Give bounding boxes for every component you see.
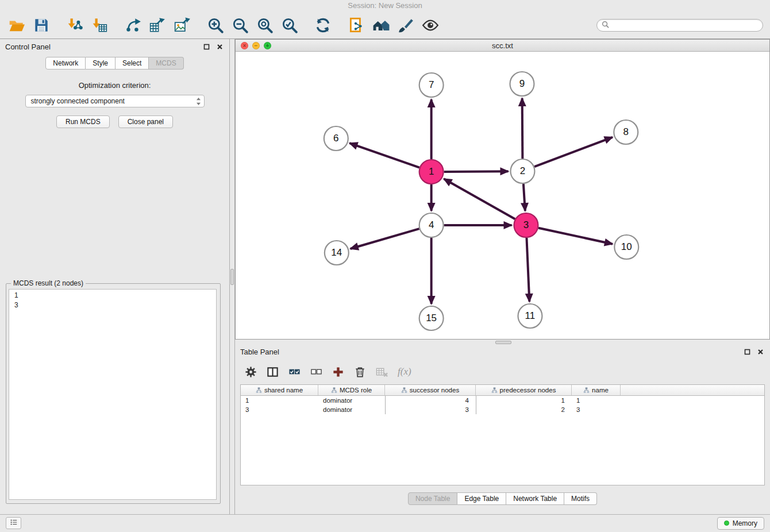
toolbar-group <box>65 16 109 35</box>
vertical-splitter[interactable] <box>230 39 234 514</box>
zoom-out-button[interactable] <box>230 16 250 35</box>
node-15[interactable]: 15 <box>419 306 444 330</box>
table-tab-edge-table[interactable]: Edge Table <box>457 492 506 505</box>
tab-style[interactable]: Style <box>86 57 116 70</box>
zoom-window-icon[interactable]: + <box>264 42 271 49</box>
column-header-successor-nodes[interactable]: successor nodes <box>385 385 476 395</box>
cell-predecessor-nodes: 1 <box>476 396 572 405</box>
trash-button[interactable] <box>353 365 367 379</box>
import-network-button[interactable] <box>65 16 84 35</box>
zoom-fit-button[interactable] <box>255 16 275 35</box>
node-6[interactable]: 6 <box>324 126 348 151</box>
float-table-panel-icon[interactable] <box>743 348 752 356</box>
tab-mcds[interactable]: MCDS <box>149 57 183 70</box>
zoom-in-button[interactable] <box>206 16 225 35</box>
clear-checkboxes-icon <box>310 366 323 378</box>
table-row-2[interactable]: 3dominator323 <box>241 405 764 414</box>
table-row-1[interactable]: 1dominator411 <box>241 396 764 405</box>
node-2[interactable]: 2 <box>510 159 534 183</box>
svg-text:1: 1 <box>429 166 434 177</box>
toolbar-group <box>206 16 299 35</box>
memory-button[interactable]: Memory <box>717 517 764 530</box>
edge-1-2[interactable] <box>444 171 509 172</box>
tab-select[interactable]: Select <box>116 57 149 70</box>
cell-name: 3 <box>572 405 621 414</box>
toolbar-group <box>7 16 51 35</box>
document-share-button[interactable] <box>346 16 366 35</box>
float-panel-icon[interactable] <box>202 43 211 51</box>
open-folder-button[interactable] <box>7 16 26 35</box>
import-table-button[interactable] <box>90 16 109 35</box>
edge-3-10[interactable] <box>538 228 613 244</box>
column-header-mcds-role[interactable]: MCDS role <box>318 385 385 395</box>
paintbrush-button[interactable] <box>396 16 415 35</box>
node-1[interactable]: 1 <box>419 160 444 184</box>
edge-4-14[interactable] <box>351 229 419 249</box>
node-14[interactable]: 14 <box>325 241 349 265</box>
selected-criterion: strongly connected component <box>31 97 125 105</box>
table-panel: Table Panel f(x) shared nameMCDS rolesuc… <box>235 344 770 514</box>
column-header-predecessor-nodes[interactable]: predecessor nodes <box>476 385 572 395</box>
node-11[interactable]: 11 <box>518 304 542 328</box>
table-tab-motifs[interactable]: Motifs <box>564 492 597 505</box>
zoom-selected-button[interactable] <box>280 16 299 35</box>
gear-button[interactable] <box>244 365 258 379</box>
fx-icon: f(x) <box>398 366 411 377</box>
close-panel-icon[interactable] <box>215 43 224 51</box>
network-canvas[interactable]: 7968124314101511 <box>236 52 769 339</box>
save-button[interactable] <box>32 16 51 35</box>
export-image-button[interactable] <box>172 16 192 35</box>
table-body: 1dominator4113dominator323 <box>241 396 764 414</box>
edge-2-8[interactable] <box>534 137 613 167</box>
toolbar-group <box>313 16 333 35</box>
run-mcds-button[interactable]: Run MCDS <box>56 115 110 128</box>
control-panel-title: Control Panel <box>5 43 51 51</box>
svg-text:4: 4 <box>429 219 434 230</box>
node-3[interactable]: 3 <box>514 213 538 237</box>
table-delete-button[interactable] <box>375 365 389 379</box>
import-table-icon <box>91 17 108 34</box>
search-input[interactable] <box>612 21 758 30</box>
clear-checkboxes-button[interactable] <box>310 365 324 379</box>
search-field[interactable] <box>596 19 763 32</box>
node-10[interactable]: 10 <box>614 235 638 259</box>
zoom-selected-icon <box>281 17 298 34</box>
column-header-name[interactable]: name <box>572 385 621 395</box>
close-window-icon[interactable]: × <box>241 42 248 49</box>
export-table-button[interactable] <box>148 16 167 35</box>
table-tab-node-table[interactable]: Node Table <box>408 492 458 505</box>
node-8[interactable]: 8 <box>614 120 638 144</box>
plus-button[interactable] <box>332 365 345 379</box>
open-folder-icon <box>8 17 25 34</box>
home-button[interactable] <box>371 16 391 35</box>
network-view-window: scc.txt ×−+ 7968124314101511 <box>235 39 770 340</box>
horizontal-splitter[interactable] <box>235 340 770 344</box>
close-table-panel-icon[interactable] <box>756 348 765 356</box>
minimize-window-icon[interactable]: − <box>252 42 260 49</box>
eye-button[interactable] <box>421 16 440 35</box>
edge-3-11[interactable] <box>526 238 529 302</box>
table-tab-network-table[interactable]: Network Table <box>506 492 564 505</box>
columns-button[interactable] <box>266 365 280 379</box>
edge-2-3[interactable] <box>523 184 525 211</box>
tab-network[interactable]: Network <box>45 57 86 70</box>
refresh-button[interactable] <box>313 16 333 35</box>
function-builder-button[interactable]: f(x) <box>397 365 412 379</box>
close-panel-button[interactable]: Close panel <box>118 115 173 128</box>
edge-2-9[interactable] <box>522 98 523 159</box>
optimization-criterion-select[interactable]: strongly connected component <box>25 95 205 107</box>
column-type-icon <box>583 387 590 394</box>
column-label: predecessor nodes <box>500 387 556 394</box>
edge-3-1[interactable] <box>444 179 515 219</box>
node-4[interactable]: 4 <box>419 213 444 237</box>
select-all-checkboxes-button[interactable] <box>288 365 302 379</box>
node-9[interactable]: 9 <box>510 72 534 96</box>
export-network-button[interactable] <box>123 16 143 35</box>
edge-1-6[interactable] <box>349 143 419 168</box>
column-header-shared-name[interactable]: shared name <box>241 385 318 395</box>
column-type-icon <box>331 387 337 394</box>
node-7[interactable]: 7 <box>419 73 444 97</box>
cell-name: 1 <box>572 396 621 405</box>
cell-mcds-role: dominator <box>318 396 385 405</box>
task-history-button[interactable] <box>6 517 21 529</box>
